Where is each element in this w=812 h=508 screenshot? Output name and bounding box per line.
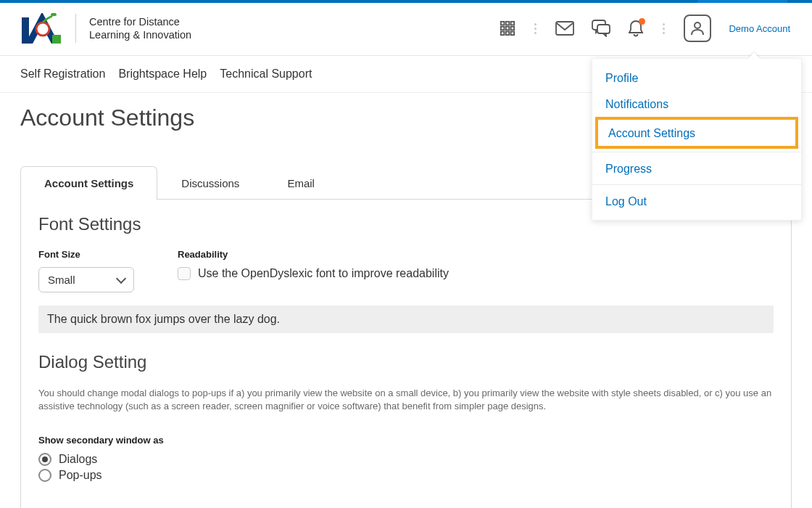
font-size-value: Small	[48, 274, 75, 286]
separator-dots	[661, 23, 666, 34]
font-size-field: Font Size Small	[38, 249, 134, 292]
svg-rect-12	[511, 32, 515, 36]
chevron-down-icon	[116, 273, 126, 283]
mail-icon[interactable]	[555, 21, 574, 36]
account-name-link[interactable]: Demo Account	[729, 23, 790, 34]
readability-option-label: Use the OpenDyslexic font to improve rea…	[198, 267, 449, 280]
notification-indicator	[639, 18, 645, 25]
readability-field: Readability Use the OpenDyslexic font to…	[178, 249, 449, 280]
menu-progress[interactable]: Progress	[592, 155, 801, 181]
chat-icon[interactable]	[592, 20, 610, 37]
font-preview-strip: The quick brown fox jumps over the lazy …	[38, 306, 774, 333]
radio-dialogs-label: Dialogs	[59, 453, 97, 466]
menu-divider	[592, 184, 801, 185]
tab-email[interactable]: Email	[263, 166, 339, 200]
tab-discussions[interactable]: Discussions	[157, 166, 263, 200]
dropdown-caret	[748, 52, 760, 59]
user-dropdown-menu: Profile Notifications Account Settings P…	[592, 58, 802, 221]
font-size-select[interactable]: Small	[38, 267, 134, 292]
brand-line1: Centre for Distance	[89, 15, 191, 28]
secondary-window-label: Show secondary window as	[38, 435, 774, 446]
svg-rect-6	[511, 22, 515, 25]
svg-rect-13	[556, 22, 573, 35]
nav-technical-support[interactable]: Technical Support	[220, 67, 312, 81]
radio-row-popups: Pop-ups	[38, 469, 774, 482]
svg-rect-11	[506, 32, 510, 36]
dialog-setting-heading: Dialog Setting	[38, 352, 774, 372]
menu-log-out[interactable]: Log Out	[592, 188, 801, 220]
font-size-label: Font Size	[38, 249, 134, 260]
svg-rect-7	[501, 27, 505, 30]
readability-label: Readability	[178, 249, 449, 260]
svg-rect-1	[52, 35, 61, 44]
svg-rect-15	[597, 25, 610, 33]
brand-text: Centre for Distance Learning & Innovatio…	[89, 15, 191, 41]
brand-line2: Learning & Innovation	[89, 28, 191, 41]
radio-popups-label: Pop-ups	[59, 469, 102, 482]
svg-point-3	[51, 13, 57, 16]
menu-divider	[592, 152, 801, 152]
nav-self-registration[interactable]: Self Registration	[20, 67, 105, 81]
svg-rect-9	[511, 27, 515, 30]
header-toolbar: Demo Account	[500, 15, 790, 42]
avatar[interactable]	[684, 15, 711, 42]
nav-brightspace-help[interactable]: Brightspace Help	[118, 67, 207, 81]
menu-account-settings[interactable]: Account Settings	[595, 117, 798, 149]
apps-grid-icon[interactable]	[500, 20, 515, 36]
svg-rect-5	[506, 22, 510, 25]
dialog-setting-description: You should change modal dialogs to pop-u…	[38, 387, 774, 413]
radio-popups[interactable]	[38, 469, 51, 482]
secondary-window-radio-group: Dialogs Pop-ups	[38, 453, 774, 482]
svg-rect-8	[506, 27, 510, 30]
settings-panel: Font Settings Font Size Small Readabilit…	[20, 199, 792, 508]
svg-rect-10	[501, 32, 505, 36]
tab-account-settings[interactable]: Account Settings	[20, 166, 157, 200]
brand-block: Centre for Distance Learning & Innovatio…	[22, 13, 191, 44]
brand-logo[interactable]	[22, 13, 62, 44]
readability-checkbox-row: Use the OpenDyslexic font to improve rea…	[178, 267, 449, 280]
radio-row-dialogs: Dialogs	[38, 453, 774, 466]
notifications-bell-icon[interactable]	[628, 20, 644, 37]
svg-rect-4	[501, 22, 505, 25]
main-header: Centre for Distance Learning & Innovatio…	[0, 3, 812, 56]
menu-profile[interactable]: Profile	[592, 65, 801, 91]
svg-point-16	[695, 22, 700, 28]
readability-checkbox[interactable]	[178, 267, 191, 280]
brand-divider	[75, 14, 76, 43]
radio-dialogs[interactable]	[38, 453, 51, 466]
menu-notifications[interactable]: Notifications	[592, 91, 801, 117]
separator-dots	[533, 23, 538, 34]
svg-point-2	[36, 22, 49, 36]
font-settings-row: Font Size Small Readability Use the Open…	[38, 249, 774, 292]
